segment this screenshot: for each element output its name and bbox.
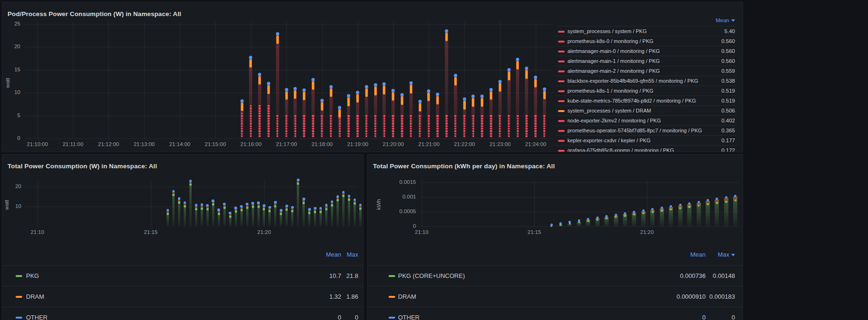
legend-row[interactable]: node-exporter-2kmv2 / monitoring / PKG0.… <box>555 115 737 126</box>
v-gridline <box>215 21 216 138</box>
legend-row[interactable]: kepler-exporter-cxdvr / kepler / PKG0.17… <box>555 135 737 146</box>
legend-series-label: system_processes / system / DRAM <box>567 106 704 116</box>
pod-pkg-point <box>401 125 403 127</box>
pod-pkg-point <box>517 122 519 124</box>
pkg-point <box>633 213 636 216</box>
series-color-swatch <box>16 275 22 277</box>
legend-row[interactable]: prometheus-operator-5745bf7d85-lfpc7 / m… <box>555 125 737 136</box>
pod-pkg-point <box>419 122 421 124</box>
pod-pkg-point <box>392 122 394 124</box>
bar-pkg <box>263 209 265 226</box>
pod-pkg-point <box>267 107 269 109</box>
other-point <box>463 97 466 101</box>
legend-row[interactable]: PKG10.721.8 <box>2 265 363 286</box>
legend-row[interactable]: prometheus-k8s-1 / monitoring / PKG0.519 <box>555 86 737 96</box>
pod-pkg-point <box>339 122 341 124</box>
pod-pkg-point <box>472 130 474 132</box>
v-gridline <box>37 180 38 226</box>
pod-pkg-point <box>392 118 394 120</box>
bar-pkg-cumulative <box>641 214 646 226</box>
v-gridline <box>37 21 38 138</box>
bar-pkg-cumulative <box>586 221 590 226</box>
other-point <box>661 207 663 209</box>
series-color-swatch <box>558 41 565 43</box>
legend-row[interactable]: DRAM1.321.86 <box>2 286 363 307</box>
pod-pkg-point <box>525 133 527 135</box>
legend-row[interactable]: DRAM0.00009100.000183 <box>368 286 743 307</box>
pod-pkg-point <box>419 130 421 132</box>
bar-pkg-cumulative <box>604 219 609 226</box>
pod-pkg-point <box>517 133 519 135</box>
bar-pkg <box>314 212 316 226</box>
legend-row[interactable]: kube-state-metrics-785cf8974b-plld2 / mo… <box>555 95 737 106</box>
pod-pkg-point <box>383 115 385 117</box>
legend-row[interactable]: alertmanager-main-2 / monitoring / PKG0.… <box>555 66 737 76</box>
legend-series-label: OTHER <box>398 307 620 320</box>
legend-max-sort-header[interactable]: Max <box>316 244 358 265</box>
legend-row[interactable]: OTHER00 <box>2 307 363 320</box>
x-tick-label: 21:23:00 <box>484 141 517 147</box>
other-point <box>285 88 288 91</box>
other-point <box>302 88 306 92</box>
legend-row[interactable]: blackbox-exporter-85b4fb4b69-qfm55 / mon… <box>555 76 737 86</box>
other-point <box>365 85 368 88</box>
y-tick-label: 0 <box>388 223 416 229</box>
bar-pkg <box>229 216 231 226</box>
pod-pkg-point <box>534 118 536 120</box>
pod-pkg-point <box>401 128 403 130</box>
pkg-point <box>184 205 186 208</box>
x-tick-label: 21:20:00 <box>377 141 410 147</box>
dram-segment <box>410 85 412 93</box>
bar-pkg-cumulative <box>715 203 719 226</box>
pod-pkg-point <box>356 128 358 130</box>
legend-row[interactable]: system_processes / system / DRAM0.506 <box>555 105 737 116</box>
other-point <box>257 201 260 204</box>
other-point <box>436 93 439 96</box>
legend-row[interactable]: grafana-675db85c8-xppmp / monitoring / P… <box>555 145 737 152</box>
legend-row[interactable]: alertmanager-main-0 / monitoring / PKG0.… <box>555 46 737 56</box>
v-gridline <box>108 21 109 138</box>
x-tick-label: 21:20 <box>633 229 661 235</box>
pod-pkg-point <box>374 122 376 124</box>
legend-row[interactable]: PKG (CORE+UNCORE)0.0007360.00148 <box>368 265 743 286</box>
pod-pkg-point <box>267 115 269 117</box>
panel-title: Total Power Consumption (W) in Namespace… <box>8 163 157 170</box>
other-point <box>578 219 580 222</box>
bar-dram-cumulative <box>743 195 743 199</box>
pkg-point <box>688 206 691 208</box>
legend-row[interactable]: alertmanager-main-1 / monitoring / PKG0.… <box>555 56 737 66</box>
v-gridline <box>144 21 145 138</box>
legend-series-label: prometheus-k8s-1 / monitoring / PKG <box>567 86 704 96</box>
pod-pkg-point <box>517 118 519 120</box>
bar-pkg-cumulative <box>706 205 710 226</box>
y-axis-label: watt <box>5 74 10 88</box>
bar-pkg-cumulative <box>632 215 636 226</box>
legend-mean-sort-header[interactable]: Mean <box>692 16 735 26</box>
legend-max-sort-header[interactable]: Max <box>692 244 735 265</box>
legend-row[interactable]: system_processes / system / PKG5.40 <box>555 26 737 36</box>
other-point <box>320 99 324 102</box>
legend-max-value: 21.8 <box>316 266 358 286</box>
bar-pkg <box>342 196 345 226</box>
pkg-point <box>679 207 682 209</box>
pkg-point <box>252 206 254 208</box>
x-tick-label: 21:21:00 <box>412 141 445 147</box>
bar-pkg <box>252 207 254 226</box>
series-color-swatch <box>558 130 565 132</box>
pod-pkg-point <box>250 118 252 120</box>
legend-max-value: 1.86 <box>316 286 358 307</box>
legend-row[interactable]: prometheus-k8s-0 / monitoring / PKG0.560 <box>555 36 737 46</box>
other-point <box>251 202 254 205</box>
pod-pkg-point <box>525 118 527 120</box>
x-tick-label: 21:15 <box>137 229 165 235</box>
pkg-point <box>725 201 727 203</box>
legend-row[interactable]: OTHER00 <box>368 307 743 320</box>
y-tick-label: 0 <box>4 135 20 141</box>
pod-pkg-point <box>347 115 349 117</box>
pod-pkg-point <box>250 130 252 132</box>
bar-pkg <box>167 214 169 226</box>
series-color-swatch <box>389 275 395 277</box>
h-gridline <box>421 226 740 227</box>
pod-pkg-point <box>436 122 438 124</box>
bar-pkg <box>246 208 248 226</box>
